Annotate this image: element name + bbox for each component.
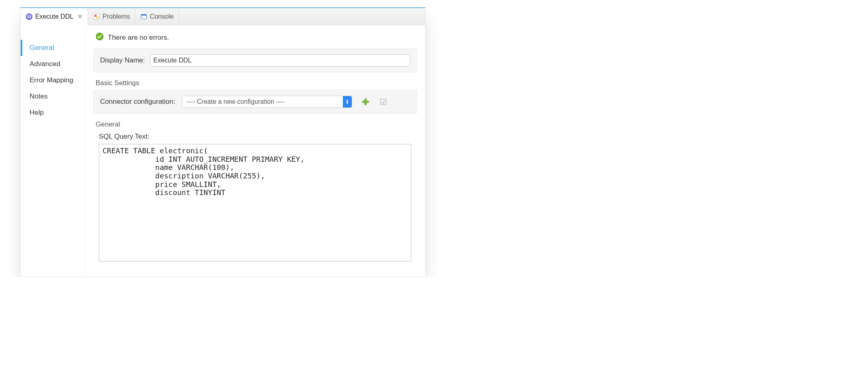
sql-query-label: SQL Query Text:	[99, 133, 417, 141]
add-button[interactable]	[361, 97, 370, 106]
display-name-input[interactable]	[150, 54, 410, 67]
svg-point-3	[95, 15, 97, 17]
body-layout: General Advanced Error Mapping Notes Hel…	[21, 25, 425, 277]
tab-label: Execute DDL	[35, 13, 73, 20]
problems-icon	[93, 13, 100, 20]
config-window: Execute DDL ✕ Problems Console	[20, 7, 425, 277]
status-message: There are no errors.	[108, 34, 169, 42]
sidebar-item-advanced[interactable]: Advanced	[21, 56, 85, 72]
tab-problems[interactable]: Problems	[88, 8, 135, 25]
general-section-title: General	[96, 120, 417, 129]
status-row: There are no errors.	[93, 32, 417, 48]
tab-label: Problems	[103, 13, 130, 20]
svg-rect-9	[362, 101, 369, 103]
svg-rect-2	[94, 14, 99, 19]
basic-settings-panel: Connector configuration: ---- Create a n…	[93, 90, 417, 114]
chevron-up-down-icon: ▲▼	[343, 96, 352, 107]
sidebar-item-general[interactable]: General	[21, 40, 85, 56]
svg-rect-6	[141, 14, 146, 15]
sidebar: General Advanced Error Mapping Notes Hel…	[21, 25, 85, 277]
svg-point-0	[26, 13, 32, 20]
general-section-panel: SQL Query Text:	[93, 133, 417, 267]
edit-button[interactable]	[379, 97, 388, 106]
svg-point-4	[96, 17, 98, 19]
sidebar-item-error-mapping[interactable]: Error Mapping	[21, 72, 85, 88]
display-name-label: Display Name:	[100, 56, 145, 64]
display-name-panel: Display Name:	[93, 48, 417, 73]
connector-config-label: Connector configuration:	[100, 98, 177, 106]
tab-console[interactable]: Console	[135, 8, 179, 25]
basic-settings-title: Basic Settings	[96, 79, 417, 87]
content-pane: There are no errors. Display Name: Basic…	[85, 25, 425, 277]
connector-config-select[interactable]: ---- Create a new configuration ---- ▲▼	[182, 96, 352, 108]
sidebar-item-notes[interactable]: Notes	[21, 88, 85, 105]
sql-query-textarea[interactable]	[99, 144, 411, 262]
tab-bar: Execute DDL ✕ Problems Console	[21, 8, 425, 25]
connector-config-value: ---- Create a new configuration ----	[186, 98, 285, 105]
check-icon	[96, 32, 104, 43]
db-icon	[26, 13, 33, 20]
sidebar-item-help[interactable]: Help	[21, 105, 85, 121]
tab-execute-ddl[interactable]: Execute DDL ✕	[21, 8, 88, 25]
console-icon	[140, 13, 148, 20]
close-icon[interactable]: ✕	[77, 13, 83, 20]
tab-label: Console	[150, 13, 174, 20]
